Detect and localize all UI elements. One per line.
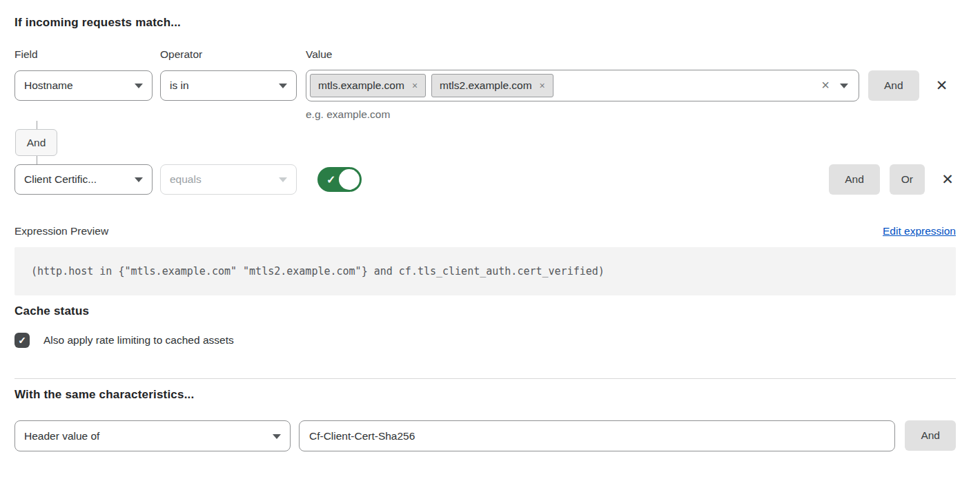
toggle-knob xyxy=(339,169,360,190)
and-connector: And xyxy=(14,121,956,164)
remove-tag-icon[interactable]: × xyxy=(412,80,418,91)
tag-text: mtls2.example.com xyxy=(440,79,532,92)
expression-preview-label: Expression Preview xyxy=(14,225,108,237)
value-helper-text: e.g. example.com xyxy=(306,108,859,121)
field-select-value: Client Certific... xyxy=(24,173,97,186)
column-labels: Field Operator Value xyxy=(14,48,956,61)
and-connector-button[interactable]: And xyxy=(15,129,57,156)
and-button-row2[interactable]: And xyxy=(829,164,880,195)
section-divider xyxy=(14,378,956,379)
edit-expression-link[interactable]: Edit expression xyxy=(883,225,956,237)
and-characteristic-button[interactable]: And xyxy=(905,420,956,451)
connector-line xyxy=(37,121,37,129)
clear-values-icon[interactable]: × xyxy=(821,78,830,92)
or-button-row2[interactable]: Or xyxy=(890,164,925,195)
operator-select-disabled: equals xyxy=(160,164,297,195)
chevron-down-icon xyxy=(135,177,143,182)
connector-line xyxy=(37,156,37,164)
value-multiselect[interactable]: mtls.example.com × mtls2.example.com × × xyxy=(306,70,859,101)
remove-row-icon[interactable]: ✕ xyxy=(934,70,950,101)
cache-checkbox-row: ✓ Also apply rate limiting to cached ass… xyxy=(14,333,956,348)
condition-row-2: Client Certific... equals ✓ And Or ✕ xyxy=(14,164,956,195)
characteristic-select-value: Header value of xyxy=(24,430,99,442)
expression-header: Expression Preview Edit expression xyxy=(14,225,956,237)
chevron-down-icon xyxy=(279,84,287,88)
cached-assets-checkbox-label: Also apply rate limiting to cached asset… xyxy=(43,334,234,347)
operator-label: Operator xyxy=(160,48,297,61)
check-icon: ✓ xyxy=(18,335,26,346)
field-select-row2[interactable]: Client Certific... xyxy=(14,164,153,195)
operator-select-value: equals xyxy=(170,173,202,186)
field-label: Field xyxy=(14,48,153,61)
characteristics-title: With the same characteristics... xyxy=(14,388,956,402)
field-select[interactable]: Hostname xyxy=(14,70,153,101)
value-label: Value xyxy=(306,48,333,61)
operator-select-value: is in xyxy=(170,79,189,92)
value-column: mtls.example.com × mtls2.example.com × ×… xyxy=(306,70,859,121)
chevron-down-icon xyxy=(135,84,143,88)
value-tag: mtls.example.com × xyxy=(310,74,426,97)
characteristic-row: Header value of And xyxy=(14,420,956,451)
tag-text: mtls.example.com xyxy=(318,79,404,92)
and-button-row1[interactable]: And xyxy=(868,70,919,101)
check-icon: ✓ xyxy=(326,173,335,186)
chevron-down-icon xyxy=(273,434,281,439)
operator-select[interactable]: is in xyxy=(160,70,297,101)
characteristic-select[interactable]: Header value of xyxy=(14,420,291,451)
chevron-down-icon[interactable] xyxy=(840,84,848,88)
chevron-down-icon xyxy=(279,177,287,182)
match-section-title: If incoming requests match... xyxy=(14,16,956,30)
value-tag: mtls2.example.com × xyxy=(431,74,553,97)
cached-assets-checkbox[interactable]: ✓ xyxy=(14,333,30,348)
cert-verified-toggle[interactable]: ✓ xyxy=(317,167,362,192)
header-name-input[interactable] xyxy=(299,420,895,451)
condition-row-1: Hostname is in mtls.example.com × mtls2.… xyxy=(14,70,956,121)
field-select-value: Hostname xyxy=(24,79,73,92)
remove-row-icon[interactable]: ✕ xyxy=(939,164,956,195)
remove-tag-icon[interactable]: × xyxy=(540,80,545,91)
cache-status-title: Cache status xyxy=(14,304,956,318)
rule-builder: If incoming requests match... Field Oper… xyxy=(0,0,980,451)
expression-code: (http.host in {"mtls.example.com" "mtls2… xyxy=(14,247,956,295)
